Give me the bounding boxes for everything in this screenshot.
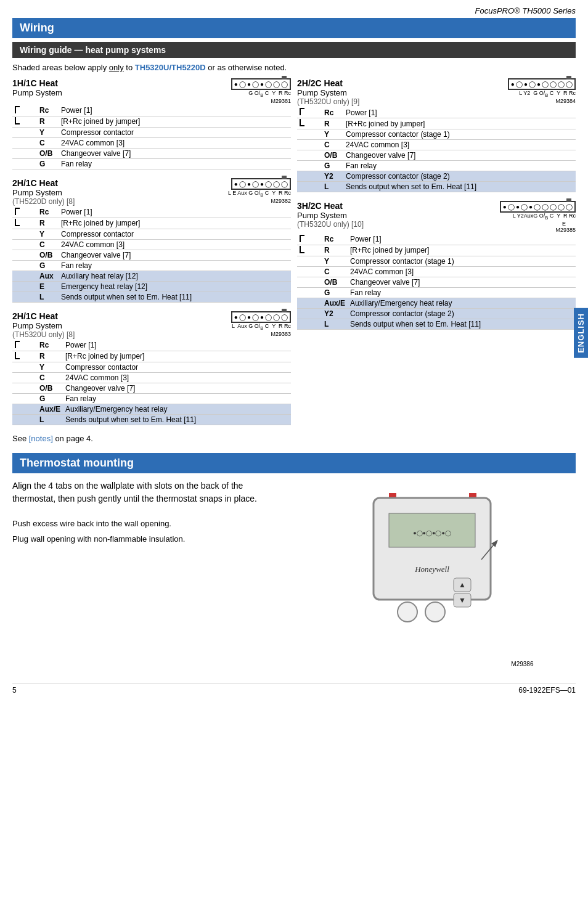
wiring-right-column: 2H/2C Heat Pump System (TH5320U only) [9… (297, 78, 576, 443)
connector-2h1c-d: ● ◯ ● ◯ ● ◯ ◯ ◯ L E Aux G O/ (228, 178, 291, 204)
cell-text-rc: Power [1] (59, 105, 291, 116)
thermostat-section-header: Thermostat mounting (12, 453, 576, 473)
pump-block-3h2c: 3H/2C Heat Pump System (TH5320U only) [1… (297, 201, 576, 330)
wiring-columns: 1H/1C Heat Pump System ● ◯ ● (12, 78, 576, 443)
cell-label-g: G (322, 287, 348, 298)
pump-block-3h2c-title-text: 3H/2C Heat Pump System (TH5320U only) [1… (297, 201, 364, 229)
pump-block-2h1c-d-title: 2H/1C Heat Pump System (TH5220D only) [8… (12, 178, 291, 206)
cell-empty (297, 287, 322, 298)
cell-label-r: R (37, 116, 59, 127)
cell-label-auxe: Aux/E (322, 298, 348, 308)
thermostat-section: Thermostat mounting Align the 4 tabs on … (12, 453, 576, 671)
cell-empty (297, 171, 322, 182)
cell-text-ob: Changeover valve [7] (343, 150, 576, 161)
table-row: Rc Power [1] (297, 234, 576, 245)
bracket-rc (12, 207, 37, 218)
cell-text-rc: Power [1] (348, 234, 576, 245)
cell-text-r: [R+Rc joined by jumper] (59, 218, 291, 229)
thermostat-part-num: M29386 (511, 661, 533, 667)
table-row: Y Compressor contactor (12, 127, 291, 137)
pump-block-3h2c-title: 3H/2C Heat Pump System (TH5320U only) [1… (297, 201, 576, 233)
page-footer: 5 69-1922EFS—01 (12, 683, 576, 695)
table-row: G Fan relay (12, 393, 291, 404)
cell-label-l: L (322, 182, 343, 192)
cell-text-c: 24VAC common [3] (59, 137, 291, 148)
cell-empty (297, 129, 322, 140)
pump-1h1c-sub-title: Pump System (12, 88, 62, 97)
table-row: O/B Changeover valve [7] (297, 150, 576, 161)
thermostat-diagram: ●◯●◯●◯●◯ Honeywell ▲ ▼ (340, 479, 537, 671)
cell-label-rc: Rc (37, 340, 63, 351)
bracket-rc (297, 107, 322, 118)
pump-block-2h1c-d: 2H/1C Heat Pump System (TH5220D only) [8… (12, 178, 291, 303)
intro-text-before: Shaded areas below apply (12, 63, 107, 72)
thermostat-arrows-svg: ●◯●◯●◯●◯ Honeywell ▲ ▼ (340, 479, 537, 671)
table-row-shaded: L Sends output when set to Em. Heat [11] (12, 414, 291, 425)
cell-label-r: R (37, 351, 63, 362)
cell-empty (297, 182, 322, 192)
cell-text-g: Fan relay (59, 260, 291, 271)
table-row: Rc Power [1] (12, 340, 291, 351)
table-row: C 24VAC common [3] (12, 239, 291, 250)
svg-point-13 (425, 602, 445, 622)
pump-3h2c-model-note: (TH5320U only) [10] (297, 220, 364, 229)
thermostat-notes: Push excess wire back into the wall open… (12, 518, 288, 545)
cell-text-r: [R+Rc joined by jumper] (343, 118, 576, 129)
bracket-rc (297, 234, 322, 245)
wiring-subsection-header: Wiring guide — heat pump systems (12, 42, 576, 58)
cell-label-y: Y (37, 229, 59, 239)
cell-label-c: C (322, 140, 343, 150)
cell-empty (297, 308, 322, 319)
cell-text-g: Fan relay (348, 287, 576, 298)
cell-text-r: [R+Rc joined by jumper] (59, 116, 291, 127)
table-row-shaded: Aux/E Auxiliary/Emergency heat relay (12, 404, 291, 414)
cell-text-l: Sends output when set to Em. Heat [11] (348, 319, 576, 329)
wiring-table-2h2c: Rc Power [1] R [R+Rc joined by jumper] Y… (297, 107, 576, 192)
cell-empty (12, 383, 37, 393)
cell-label-ob: O/B (37, 383, 63, 393)
cell-label-rc: Rc (37, 207, 59, 218)
intro-rest: or as otherwise noted. (208, 63, 287, 72)
pump-2h1c-d-model-note: (TH5220D only) [8] (12, 197, 75, 206)
cell-text-c: 24VAC common [3] (348, 266, 576, 277)
cell-label-y: Y (37, 362, 63, 372)
cell-text-g: Fan relay (343, 161, 576, 171)
bracket-r (297, 245, 322, 256)
notes-link[interactable]: [notes] (29, 434, 53, 443)
table-row: O/B Changeover valve [7] (12, 383, 291, 393)
cell-text-y: Compressor contactor (stage 1) (348, 256, 576, 266)
cell-empty (12, 414, 37, 425)
thermostat-left: Align the 4 tabs on the wallplate with s… (12, 479, 288, 549)
cell-text-c: 24VAC common [3] (59, 239, 291, 250)
cell-empty (297, 319, 322, 329)
cell-empty (12, 239, 37, 250)
cell-empty (297, 277, 322, 287)
cell-label-g: G (37, 260, 59, 271)
cell-label-c: C (37, 137, 59, 148)
cell-text-aux: Auxiliary heat relay [12] (59, 271, 291, 281)
bracket-r (12, 351, 37, 362)
table-row: G Fan relay (12, 260, 291, 271)
pump-2h1c-d-main-title: 2H/1C Heat (12, 178, 75, 188)
cell-empty (12, 281, 37, 291)
wiring-subsection-title: Wiring guide — heat pump systems (20, 45, 166, 55)
table-row-shaded: E Emergency heat relay [12] (12, 281, 291, 291)
cell-text-e: Emergency heat relay [12] (59, 281, 291, 291)
intro-only: only (109, 63, 124, 72)
table-row: C 24VAC common [3] (297, 266, 576, 277)
sidebar-label: ENGLISH (576, 313, 586, 353)
footer-doc-num: 69-1922EFS—01 (518, 686, 576, 695)
cell-empty (12, 393, 37, 404)
intro-model: TH5320U/TH5220D (135, 63, 206, 72)
table-row: R [R+Rc joined by jumper] (297, 245, 576, 256)
wiring-table-2h1c-d: Rc Power [1] R [R+Rc joined by jumper] Y… (12, 207, 291, 303)
cell-label-rc: Rc (37, 105, 59, 116)
pump-1h1c-main-title: 1H/1C Heat (12, 78, 62, 88)
svg-text:●◯●◯●◯●◯: ●◯●◯●◯●◯ (413, 530, 451, 537)
thermostat-section-title: Thermostat mounting (20, 457, 134, 469)
pump-2h2c-main-title: 2H/2C Heat (297, 78, 359, 88)
cell-label-r: R (37, 218, 59, 229)
cell-empty (297, 256, 322, 266)
cell-label-y: Y (322, 129, 343, 140)
table-row: R [R+Rc joined by jumper] (12, 116, 291, 127)
